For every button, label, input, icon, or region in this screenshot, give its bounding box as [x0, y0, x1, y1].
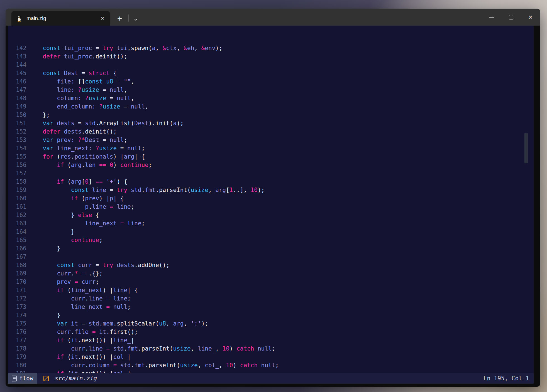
tab-dropdown-chevron-icon[interactable]	[134, 18, 138, 21]
linux-penguin-icon	[16, 15, 23, 22]
line-number: 155	[8, 152, 26, 161]
code-line: 159 const line = try std.fmt.parseInt(us…	[8, 186, 534, 194]
line-number: 161	[8, 203, 26, 211]
code-line: 147 line: ?usize = null,	[8, 86, 534, 94]
code-area[interactable]: 142 const tui_proc = try tui.spawn(a, &c…	[8, 26, 534, 373]
code-line: 153 var prev: ?*Dest = null;	[8, 136, 534, 144]
line-number: 180	[8, 361, 26, 369]
code-line: 154 var line_next: ?usize = null;	[8, 144, 534, 152]
code-line: 174 }	[8, 311, 534, 319]
code-line: 152 defer dests.deinit();	[8, 127, 534, 136]
code-line: 149 end_column: ?usize = null,	[8, 102, 534, 111]
line-number: 149	[8, 102, 26, 111]
code-line: 166 }	[8, 244, 534, 253]
minimize-icon	[489, 17, 494, 18]
code-line: 157	[8, 169, 534, 177]
line-number: 173	[8, 303, 26, 311]
line-number: 144	[8, 61, 26, 69]
line-number: 142	[8, 44, 26, 52]
editor-terminal: 142 const tui_proc = try tui.spawn(a, &c…	[8, 26, 534, 384]
code-line: 167	[8, 253, 534, 261]
app-name: flow	[19, 375, 33, 382]
code-line: 162 } else {	[8, 211, 534, 219]
line-number: 172	[8, 294, 26, 303]
code-line: 178 curr.line = std.fmt.parseInt(usize, …	[8, 344, 534, 353]
code-line: 148 column: ?usize = null,	[8, 94, 534, 102]
line-number: 165	[8, 236, 26, 244]
code-line: 170 prev = curr;	[8, 278, 534, 286]
code-line: 145 const Dest = struct {	[8, 69, 534, 77]
line-number: 152	[8, 127, 26, 136]
close-icon: ✕	[528, 14, 533, 20]
window-controls: ✕	[482, 9, 540, 26]
code-line: 168 const curr = try dests.addOne();	[8, 261, 534, 269]
close-button[interactable]: ✕	[521, 9, 540, 26]
tab-close-icon[interactable]: ✕	[98, 14, 107, 23]
tab-main-zig[interactable]: main.zig ✕	[11, 11, 110, 26]
tab-title: main.zig	[26, 15, 98, 21]
code-line: 181 if (it.next()) |col_|	[8, 369, 534, 373]
code-line: 165 continue;	[8, 236, 534, 244]
code-line: 161 p.line = line;	[8, 203, 534, 211]
line-number: 143	[8, 52, 26, 61]
line-number: 154	[8, 144, 26, 152]
code-line: 163 line_next = line;	[8, 219, 534, 228]
maximize-button[interactable]	[501, 9, 521, 26]
line-number: 145	[8, 69, 26, 77]
code-line: 156 if (arg.len == 0) continue;	[8, 161, 534, 169]
line-number: 146	[8, 77, 26, 86]
code-line: 144	[8, 61, 534, 69]
cursor-position: Ln 195, Col 1	[483, 375, 529, 382]
line-number: 179	[8, 353, 26, 361]
code-line: 150 };	[8, 111, 534, 119]
scrollbar-thumb[interactable]	[524, 133, 528, 163]
line-number: 171	[8, 286, 26, 294]
code-line: 143 defer tui_proc.deinit();	[8, 52, 534, 61]
maximize-icon	[509, 15, 513, 19]
code-line: 158 if (arg[0] == '+') {	[8, 177, 534, 186]
code-lines: 142 const tui_proc = try tui.spawn(a, &c…	[8, 44, 534, 373]
current-file-path: src/main.zig	[55, 375, 97, 382]
status-bar: flow src/main.zig Ln 195, Col 1	[8, 373, 534, 384]
code-line: 155 for (res.positionals) |arg| {	[8, 152, 534, 161]
code-line: 173 line_next = null;	[8, 303, 534, 311]
line-number: 156	[8, 161, 26, 169]
line-number: 157	[8, 169, 26, 177]
new-tab-button[interactable]: +	[117, 14, 122, 23]
line-number: 164	[8, 228, 26, 236]
line-number: 160	[8, 194, 26, 203]
code-line: 160 if (prev) |p| {	[8, 194, 534, 203]
line-number: 166	[8, 244, 26, 253]
code-line: 164 }	[8, 228, 534, 236]
tabbar-divider	[128, 14, 129, 22]
code-line: 169 curr.* = .{};	[8, 269, 534, 278]
title-bar: main.zig ✕ + ✕	[6, 9, 540, 26]
line-number: 151	[8, 119, 26, 127]
code-line: 179 if (it.next()) |col_|	[8, 353, 534, 361]
line-number: 181	[8, 369, 26, 373]
line-number: 169	[8, 269, 26, 278]
line-number: 170	[8, 278, 26, 286]
line-number: 158	[8, 177, 26, 186]
line-number: 167	[8, 253, 26, 261]
code-line: 171 if (line_next) |line| {	[8, 286, 534, 294]
code-line: 177 if (it.next()) |line_|	[8, 336, 534, 344]
line-number: 163	[8, 219, 26, 228]
code-line: 146 file: []const u8 = "",	[8, 77, 534, 86]
line-number: 175	[8, 319, 26, 328]
code-line: 175 var it = std.mem.splitScalar(u8, arg…	[8, 319, 534, 328]
line-number: 178	[8, 344, 26, 353]
code-line: 180 curr.column = std.fmt.parseInt(usize…	[8, 361, 534, 369]
line-number: 176	[8, 328, 26, 336]
line-number: 148	[8, 94, 26, 102]
minimize-button[interactable]	[482, 9, 501, 26]
terminal-window: main.zig ✕ + ✕ 142 const tui_proc = try …	[6, 9, 540, 387]
flow-app-badge: flow	[8, 373, 37, 384]
code-line: 172 curr.line = line;	[8, 294, 534, 303]
code-line: 176 curr.file = it.first();	[8, 328, 534, 336]
modified-indicator-icon	[43, 376, 49, 381]
line-number: 162	[8, 211, 26, 219]
code-line: 151 var dests = std.ArrayList(Dest).init…	[8, 119, 534, 127]
line-number: 150	[8, 111, 26, 119]
line-number: 168	[8, 261, 26, 269]
